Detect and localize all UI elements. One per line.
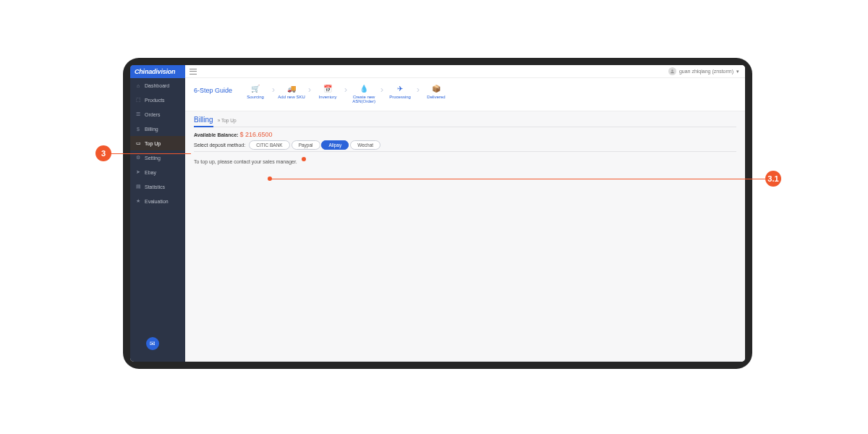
guide-step-label: Add new SKU: [278, 95, 305, 99]
sidebar-item-orders-icon: ☰: [135, 111, 141, 117]
device-frame: Chinadivision ⌂Dashboard⬚Products☰Orders…: [123, 58, 752, 369]
nav-label: Statistics: [145, 184, 165, 190]
guide-step-icon: 💧: [359, 83, 369, 93]
balance-row: Available Balance: $ 216.6500: [194, 131, 736, 138]
balance-label: Available Balance:: [194, 132, 239, 137]
nav-list: ⌂Dashboard⬚Products☰Orders$Billing▭Top U…: [130, 78, 185, 208]
guide-step-label: Create new ASN(Order): [349, 95, 378, 103]
chevron-down-icon: ▾: [736, 69, 739, 75]
guide-step-label: Sourcing: [247, 95, 264, 99]
sidebar-item-orders[interactable]: ☰Orders: [130, 107, 185, 122]
chevron-right-icon: ›: [344, 83, 347, 95]
guide-step-icon: 🛒: [250, 83, 260, 93]
nav-label: Ebay: [145, 170, 156, 175]
guide-step-icon: 📅: [323, 83, 333, 93]
guide-steps: 🛒Sourcing›🚚Add new SKU›📅Inventory›💧Creat…: [241, 83, 451, 103]
chat-button[interactable]: ✉: [146, 337, 159, 350]
nav-label: Top Up: [145, 141, 161, 146]
app-screen: Chinadivision ⌂Dashboard⬚Products☰Orders…: [130, 65, 745, 362]
sidebar-item-billing-icon: $: [135, 126, 141, 132]
chevron-right-icon: ›: [380, 83, 383, 95]
annotation-line-3-1: [270, 179, 765, 179]
sidebar-item-setting[interactable]: ⚙Setting: [130, 150, 185, 165]
method-paypal[interactable]: Paypal: [292, 140, 320, 150]
sidebar-item-products[interactable]: ⬚Products: [130, 93, 185, 107]
hamburger-icon[interactable]: [190, 69, 197, 75]
annotation-badge-3: 3: [95, 145, 111, 161]
sidebar-item-evaluation[interactable]: ★Evaluation: [130, 194, 185, 208]
brand-logo[interactable]: Chinadivision: [130, 65, 185, 78]
sidebar-item-products-icon: ⬚: [135, 97, 141, 103]
guide-step-6[interactable]: 📦Delivered: [422, 83, 451, 99]
user-menu[interactable]: guan zhiqiang (znstorm) ▾: [668, 67, 739, 75]
main-area: guan zhiqiang (znstorm) ▾ 6-Step Guide 🛒…: [185, 65, 745, 362]
avatar: [668, 67, 676, 75]
annotation-text: 3.1: [767, 174, 778, 183]
sidebar: Chinadivision ⌂Dashboard⬚Products☰Orders…: [130, 65, 185, 362]
guide-step-label: Processing: [389, 95, 411, 99]
balance-value: $ 216.6500: [240, 131, 273, 138]
sidebar-item-ebay-icon: ➤: [135, 169, 141, 175]
topbar: guan zhiqiang (znstorm) ▾: [185, 65, 745, 78]
page-title: Billing: [194, 116, 213, 127]
sidebar-item-statistics-icon: ▤: [135, 184, 141, 190]
guide-step-4[interactable]: 💧Create new ASN(Order): [349, 83, 378, 103]
guide-step-5[interactable]: ✈Processing: [386, 83, 414, 99]
annotation-dot-3: [302, 157, 306, 161]
brand-text: Chinadivision: [135, 68, 175, 75]
method-alipay[interactable]: Alipay: [321, 140, 349, 150]
method-wechat[interactable]: Wechat: [350, 140, 380, 150]
sidebar-item-setting-icon: ⚙: [135, 155, 141, 161]
sidebar-item-dashboard-icon: ⌂: [135, 82, 141, 88]
nav-label: Orders: [145, 112, 160, 117]
nav-label: Evaluation: [145, 199, 169, 204]
chat-icon: ✉: [150, 340, 156, 347]
method-citic-bank[interactable]: CITIC BANK: [249, 140, 289, 150]
nav-label: Dashboard: [145, 83, 169, 88]
annotation-badge-3-1: 3.1: [765, 171, 781, 187]
guide-step-label: Delivered: [427, 95, 445, 99]
annotation-text: 3: [101, 149, 106, 158]
breadcrumb: » Top Up: [218, 118, 237, 123]
guide-step-1[interactable]: 🛒Sourcing: [241, 83, 270, 99]
sidebar-item-billing[interactable]: $Billing: [130, 122, 185, 136]
nav-label: Setting: [145, 156, 161, 161]
sidebar-item-statistics[interactable]: ▤Statistics: [130, 179, 185, 194]
sidebar-item-topup-icon: ▭: [135, 140, 141, 146]
topup-note: To top up, please contact your sales man…: [194, 159, 736, 164]
nav-label: Billing: [145, 127, 158, 132]
guide-step-icon: 📦: [431, 83, 441, 93]
chevron-right-icon: ›: [308, 83, 311, 95]
page-heading-row: Billing » Top Up: [194, 116, 736, 127]
user-name: guan zhiqiang (znstorm): [679, 69, 733, 74]
guide-title: 6-Step Guide: [194, 83, 232, 94]
sidebar-item-dashboard[interactable]: ⌂Dashboard: [130, 78, 185, 93]
sidebar-item-evaluation-icon: ★: [135, 198, 141, 204]
guide-step-3[interactable]: 📅Inventory: [313, 83, 342, 99]
content: Billing » Top Up Available Balance: $ 21…: [185, 111, 745, 169]
sidebar-item-topup[interactable]: ▭Top Up: [130, 136, 185, 150]
nav-label: Products: [145, 98, 165, 103]
guide-step-label: Inventory: [319, 95, 337, 99]
chevron-right-icon: ›: [417, 83, 420, 95]
deposit-method-row: Select deposit method: CITIC BANK Paypal…: [194, 142, 736, 152]
svg-point-0: [671, 69, 673, 71]
method-label: Select deposit method:: [194, 142, 245, 148]
guide-strip: 6-Step Guide 🛒Sourcing›🚚Add new SKU›📅Inv…: [185, 78, 745, 111]
guide-step-icon: 🚚: [286, 83, 297, 93]
chevron-right-icon: ›: [272, 83, 275, 95]
guide-step-icon: ✈: [395, 83, 405, 93]
sidebar-item-ebay[interactable]: ➤Ebay: [130, 165, 185, 179]
guide-step-2[interactable]: 🚚Add new SKU: [277, 83, 306, 99]
annotation-line-3: [111, 153, 191, 154]
annotation-dot-3-1: [268, 176, 272, 181]
